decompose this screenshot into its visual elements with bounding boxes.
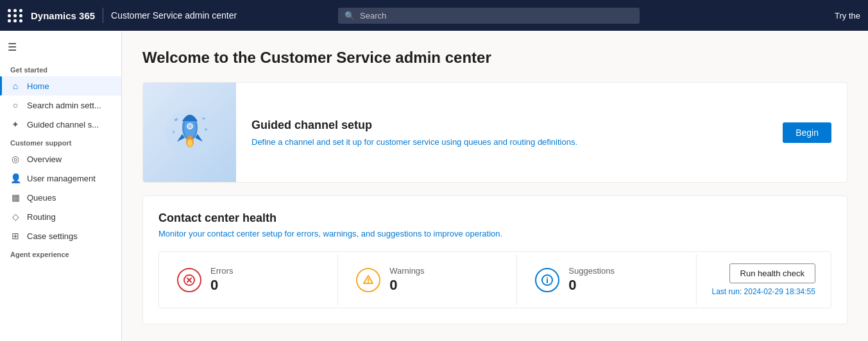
try-label: Try the: [835, 11, 860, 21]
guided-card-content: Guided channel setup Define a channel an…: [236, 101, 767, 165]
guided-card-image: ✦ ✦ ✦: [143, 83, 236, 182]
metric-errors: Errors 0: [159, 254, 338, 305]
app-layout: ☰ Get started ⌂ Home ○ Search admin sett…: [0, 31, 868, 341]
sidebar-section-customer-support: Customer support: [0, 134, 121, 149]
health-card-description: Monitor your contact center setup for er…: [158, 229, 831, 238]
begin-button[interactable]: Begin: [783, 122, 831, 143]
search-icon: 🔍: [345, 11, 355, 21]
sidebar-section-get-started: Get started: [0, 61, 121, 76]
sidebar-item-case-settings-label: Case settings: [27, 231, 78, 241]
svg-point-20: [547, 277, 548, 278]
sidebar-item-search-admin-label: Search admin sett...: [27, 101, 101, 110]
warnings-value: 0: [389, 277, 424, 294]
health-card: Contact center health Monitor your conta…: [142, 195, 847, 324]
routing-icon: ◇: [10, 212, 21, 222]
case-settings-icon: ⊞: [10, 231, 21, 241]
guided-channel-card: ✦ ✦ ✦ Guided channel setup Define a chan…: [142, 82, 847, 183]
app-name: Customer Service admin center: [111, 10, 237, 21]
guided-card-action-area: Begin: [767, 122, 847, 143]
suggestions-icon: [535, 268, 559, 292]
sidebar-section-agent-experience: Agent experience: [0, 245, 121, 261]
sidebar: ☰ Get started ⌂ Home ○ Search admin sett…: [0, 31, 122, 341]
errors-details: Errors 0: [210, 266, 233, 294]
suggestions-details: Suggestions 0: [568, 266, 615, 294]
svg-text:✦: ✦: [174, 117, 179, 122]
warnings-label: Warnings: [389, 266, 424, 276]
sidebar-item-user-management[interactable]: 👤 User management: [0, 169, 121, 188]
svg-point-18: [368, 281, 369, 283]
overview-icon: ◎: [10, 154, 21, 164]
health-metrics-container: Errors 0 Warnings 0: [158, 251, 831, 308]
rocket-illustration: ✦ ✦ ✦: [164, 107, 216, 158]
guided-card-description: Define a channel and set it up for custo…: [251, 137, 752, 147]
sidebar-item-routing[interactable]: ◇ Routing: [0, 207, 121, 226]
svg-text:✦: ✦: [201, 117, 205, 121]
home-icon: ⌂: [10, 81, 21, 91]
warnings-details: Warnings 0: [389, 266, 424, 294]
sidebar-item-overview[interactable]: ◎ Overview: [0, 149, 121, 169]
last-run-label: Last run: 2024-02-29 18:34:55: [712, 287, 815, 296]
search-bar[interactable]: 🔍: [338, 8, 640, 24]
nav-divider: [103, 8, 103, 23]
metric-suggestions: Suggestions 0: [517, 254, 696, 305]
top-navigation: Dynamics 365 Customer Service admin cent…: [0, 0, 868, 31]
page-title: Welcome to the Customer Service admin ce…: [142, 49, 847, 67]
sidebar-item-home[interactable]: ⌂ Home: [0, 76, 121, 96]
search-input[interactable]: [360, 11, 633, 21]
svg-point-10: [205, 128, 207, 131]
health-card-title: Contact center health: [158, 212, 831, 225]
guided-channel-icon: ✦: [10, 119, 21, 129]
sidebar-item-user-management-label: User management: [27, 174, 96, 183]
brand-name: Dynamics 365: [31, 10, 95, 21]
sidebar-item-search-admin[interactable]: ○ Search admin sett...: [0, 96, 121, 115]
svg-point-4: [188, 124, 192, 128]
main-content: Welcome to the Customer Service admin ce…: [122, 31, 868, 341]
error-icon: [177, 268, 201, 292]
sidebar-item-case-settings[interactable]: ⊞ Case settings: [0, 226, 121, 245]
sidebar-item-routing-label: Routing: [27, 212, 56, 222]
sidebar-item-overview-label: Overview: [27, 154, 62, 164]
sidebar-item-queues-label: Queues: [27, 193, 56, 203]
sidebar-item-home-label: Home: [27, 81, 49, 91]
apps-grid-icon[interactable]: [8, 9, 23, 22]
user-management-icon: 👤: [10, 173, 21, 183]
sidebar-item-guided-channel[interactable]: ✦ Guided channel s...: [0, 115, 121, 134]
errors-value: 0: [210, 277, 233, 294]
suggestions-value: 0: [568, 277, 615, 294]
svg-point-6: [187, 139, 192, 147]
queues-icon: ▦: [10, 192, 21, 203]
svg-text:✦: ✦: [172, 131, 174, 135]
sidebar-item-queues[interactable]: ▦ Queues: [0, 188, 121, 207]
hamburger-menu-button[interactable]: ☰: [0, 36, 121, 61]
guided-card-title: Guided channel setup: [251, 119, 752, 132]
health-action-area: Run health check Last run: 2024-02-29 18…: [697, 252, 831, 308]
warning-icon: [356, 268, 380, 292]
run-health-check-button[interactable]: Run health check: [729, 263, 815, 283]
search-admin-icon: ○: [10, 100, 21, 110]
sidebar-item-guided-channel-label: Guided channel s...: [27, 120, 99, 129]
suggestions-label: Suggestions: [568, 266, 615, 276]
errors-label: Errors: [210, 266, 233, 276]
metric-warnings: Warnings 0: [338, 254, 517, 305]
